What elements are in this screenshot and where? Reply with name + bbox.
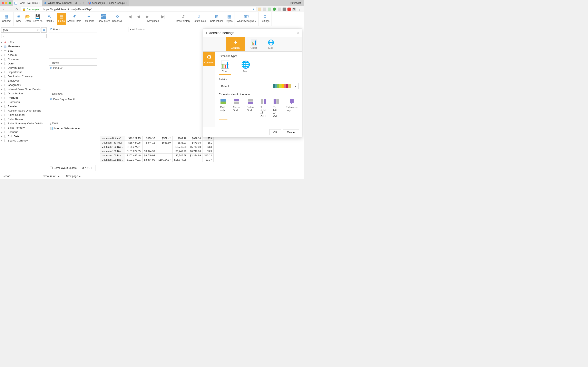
url-field[interactable]: 🔒 Защищено | https://bi.galaktikasoft.co…	[21, 7, 256, 11]
cell[interactable]: $533.93	[173, 141, 188, 145]
bookmark-star-icon[interactable]: ★	[252, 8, 255, 11]
cell[interactable]: $553.89	[157, 141, 173, 145]
tree-item[interactable]: ▸▭Sets	[1, 49, 47, 53]
row-header[interactable]: Mountain-100 Blac...	[100, 154, 125, 158]
cell[interactable]: $3,3	[203, 145, 214, 149]
tree-item[interactable]: ▸⌊⌋Department	[1, 70, 47, 74]
fields-button[interactable]: ▤Fields	[57, 13, 66, 25]
tree-item[interactable]: ▸◫Measures	[1, 44, 47, 49]
ext-icon-8[interactable]: m	[292, 8, 296, 11]
view-option-1[interactable]: Above Grid	[232, 98, 242, 119]
defer-checkbox-input[interactable]	[50, 167, 53, 169]
cell[interactable]: $6,749.98	[188, 149, 203, 154]
cell[interactable]: $6,749.98	[188, 145, 203, 149]
tree-item[interactable]: ▸◈KPIs	[1, 40, 47, 44]
view-option-2[interactable]: Below Grid	[246, 98, 255, 119]
chevron-down-icon[interactable]: ▾	[293, 83, 298, 89]
data-item[interactable]: 📊Internet Sales Amount	[49, 126, 97, 131]
rotate-axes-button[interactable]: ⤭Rotate axes	[191, 13, 207, 25]
cell[interactable]: $3,37	[203, 158, 214, 162]
reload-button[interactable]: ⟳	[15, 7, 19, 11]
rows-zone[interactable]: ⊞Product	[49, 66, 97, 90]
view-option-4[interactable]: To left of Grid	[272, 98, 281, 119]
tree-item[interactable]: ▸⌊⌋Reseller Sales Order Details	[1, 108, 47, 113]
cell[interactable]: $202,499.40	[125, 154, 143, 158]
minimize-window-button[interactable]	[5, 2, 7, 4]
cell[interactable]: $51	[203, 141, 214, 145]
cell[interactable]: $192,374.71	[125, 158, 143, 162]
new-page-button[interactable]: +New page▴	[63, 175, 81, 178]
filters-zone[interactable]	[49, 32, 97, 59]
field-list-mode-button[interactable]: ▦	[41, 27, 47, 33]
tab-close-icon[interactable]: ×	[39, 2, 40, 4]
cell[interactable]: $809.19	[173, 136, 188, 141]
cell[interactable]: $639.36	[188, 136, 203, 141]
cell[interactable]: $579.42	[157, 136, 173, 141]
cell[interactable]: $16,874.95	[173, 158, 188, 162]
tree-item[interactable]: ▸⌊⌋Scenario	[1, 130, 47, 134]
nav-next-button[interactable]: ▶	[143, 13, 152, 25]
ext-icon-2[interactable]	[263, 8, 266, 11]
side-common[interactable]: ⚙Common	[203, 52, 215, 66]
cell[interactable]	[157, 154, 173, 158]
tree-item[interactable]: ▸⌊⌋Source Currency	[1, 138, 47, 143]
export-button[interactable]: ⇱Export ▾	[44, 13, 55, 25]
nav-prev-button[interactable]: ◀	[134, 13, 143, 25]
ext-type-chart[interactable]: 📊Chart	[219, 59, 231, 75]
ext-type-map[interactable]: 🌐Map	[240, 59, 252, 75]
columns-item[interactable]: ⊞Date.Day of Month	[49, 97, 97, 101]
cell[interactable]: $479.04	[188, 141, 203, 145]
view-option-0[interactable]: Grid only	[219, 98, 227, 119]
tree-item[interactable]: ▸⌊⌋Destination Currency	[1, 74, 47, 78]
ext-icon-6[interactable]	[283, 8, 286, 11]
tree-item[interactable]: ▸⌊⌋Date	[1, 61, 47, 66]
cell[interactable]: $151,874.55	[125, 149, 143, 154]
cell[interactable]: $10,12	[203, 154, 214, 158]
extension-button[interactable]: ✦Extension	[82, 13, 95, 25]
tab-general[interactable]: ✦General	[226, 37, 245, 51]
tree-item[interactable]: ▸⌊⌋Account	[1, 53, 47, 57]
cell[interactable]: $10,124.97	[157, 158, 173, 162]
close-window-button[interactable]	[2, 2, 4, 4]
perspective-select[interactable]: (All)▾	[1, 27, 40, 33]
save-as-button[interactable]: 💾Save As	[32, 13, 44, 25]
connect-button[interactable]: ▦Connect	[1, 13, 12, 25]
ok-button[interactable]: OK	[269, 129, 281, 135]
tree-item[interactable]: ▸⌊⌋Sales Reason	[1, 117, 47, 121]
view-option-3[interactable]: To right of Grid	[259, 98, 268, 119]
tree-item[interactable]: ▸⌊⌋Product	[1, 96, 47, 100]
maximize-window-button[interactable]	[9, 2, 11, 4]
forward-button[interactable]: →	[8, 7, 13, 11]
columns-zone[interactable]: ⊞Date.Day of Month	[49, 97, 97, 119]
browser-tab-3[interactable]: переводчик - Поиск в Google ×	[86, 0, 129, 6]
cell[interactable]: $20,229.75	[125, 136, 143, 141]
cell[interactable]: $3,374.99	[188, 154, 203, 158]
rows-item[interactable]: ⊞Product	[49, 66, 97, 70]
row-header[interactable]: Mountain-100 Blac...	[100, 145, 125, 149]
cell[interactable]: $6,749.98	[173, 149, 188, 154]
cancel-button[interactable]: Cancel	[283, 129, 299, 135]
ext-icon-5[interactable]	[278, 8, 281, 11]
cell[interactable]: $3,3	[203, 149, 214, 154]
tab-chart[interactable]: 📊Chart	[245, 37, 262, 51]
tab-map[interactable]: 🌐Map	[262, 37, 279, 51]
browser-tab-1[interactable]: Ranet Pivot Table ×	[13, 0, 42, 6]
cell[interactable]: $6,749.98	[173, 145, 188, 149]
cell[interactable]: $6,749.98	[142, 154, 156, 158]
browser-tab-2[interactable]: What's New in Ranet HTML Piv ×	[42, 0, 86, 6]
open-button[interactable]: 📂Open	[23, 13, 32, 25]
tree-item[interactable]: ▸⌊⌋Ship Date	[1, 134, 47, 138]
cell[interactable]	[142, 145, 156, 149]
palette-select[interactable]: Default ▾	[219, 83, 299, 89]
menu-button[interactable]: ⋮	[297, 7, 302, 11]
reset-history-button[interactable]: ↺Reset history	[175, 13, 191, 25]
cell[interactable]	[188, 158, 203, 162]
cell[interactable]: $444.11	[142, 141, 156, 145]
row-header[interactable]: Mountain-100 Blac...	[100, 149, 125, 154]
tab-close-icon[interactable]: ×	[126, 2, 127, 4]
cell[interactable]: $3,374.99	[142, 158, 156, 162]
tree-item[interactable]: ▸⌊⌋Organization	[1, 91, 47, 96]
row-header[interactable]: Mountain Tire Tube	[100, 141, 125, 145]
defer-checkbox[interactable]: Defer layout update	[50, 166, 77, 169]
close-icon[interactable]: ×	[297, 31, 299, 35]
